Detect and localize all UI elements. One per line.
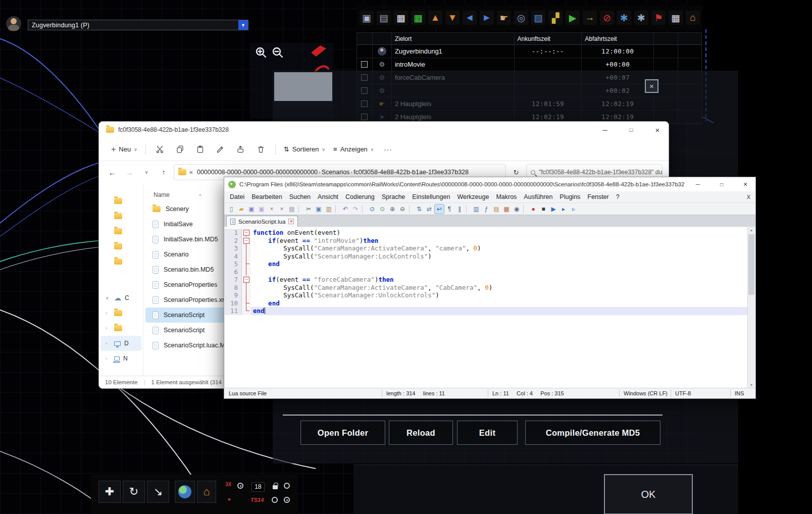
code-line[interactable]: 5 end (225, 260, 747, 268)
maximize-button[interactable]: □ (620, 122, 642, 138)
code-line[interactable]: 4 SysCall("ScenarioManager:LockControls"… (225, 252, 747, 261)
home-icon[interactable]: ⌂ (197, 481, 216, 503)
menu-sprache[interactable]: Sprache (378, 193, 409, 200)
scrollbar-thumb[interactable] (748, 234, 754, 295)
more-button[interactable]: ··· (379, 141, 396, 158)
zoom-out-icon[interactable]: ⊖ (398, 204, 407, 214)
breadcrumb-item[interactable]: fc0f3058-4e88-422b-b1ae-1f3ee337b328 (352, 169, 470, 176)
code-line[interactable]: 8 SysCall("CameraManager:ActivateCamera"… (225, 284, 747, 292)
chevron-icon[interactable]: › (106, 341, 111, 346)
code-line[interactable]: 10 end (225, 299, 747, 307)
up-button[interactable]: ↑ (157, 165, 171, 179)
cut-icon[interactable]: ✂ (304, 204, 313, 214)
notepadpp-titlebar[interactable]: C:\Program Files (x86)\Steam\steamapps\c… (224, 177, 755, 191)
menu-makros[interactable]: Makros (492, 193, 520, 200)
sidebar-item[interactable]: › (100, 321, 141, 336)
code-line[interactable]: 11end (225, 307, 747, 315)
sync-horizontal-icon[interactable]: ⇄ (425, 204, 434, 214)
fold-marker[interactable] (242, 229, 251, 237)
scroll-up-icon[interactable]: ▲ (748, 228, 755, 232)
replace-icon[interactable]: ⊙ (378, 204, 387, 214)
flag-icon[interactable]: ⚑ (651, 11, 666, 25)
close-all-icon[interactable]: × (277, 204, 286, 214)
copy-icon[interactable]: ▣ (314, 204, 323, 214)
sidebar-item[interactable]: › (100, 305, 141, 321)
code-line[interactable]: 1function onEvent(event) (225, 229, 747, 237)
sidebar-item[interactable]: ∨☁C (100, 290, 141, 305)
settings-icon[interactable]: ✱ (617, 11, 631, 25)
view-button[interactable]: ≡ Anzeigen ∨ (329, 141, 378, 158)
menu-werkzeuge[interactable]: Werkzeuge (453, 193, 492, 200)
eraser-icon[interactable] (311, 45, 327, 60)
menu-close-x[interactable]: X (747, 194, 755, 200)
row-checkbox[interactable] (361, 61, 368, 68)
column-abfahrtszeit[interactable]: Abfahrtszeit (582, 33, 654, 44)
menu-ausfhren[interactable]: Ausführen (520, 193, 556, 200)
folder-workspace-icon[interactable]: ▤ (492, 204, 501, 214)
sort-button[interactable]: ⇅ Sortieren ∨ (280, 141, 329, 158)
menu-einstellungen[interactable]: Einstellungen (409, 193, 453, 200)
train-service-dropdown[interactable]: Zugverbindung1 (P) ▼ (28, 20, 248, 30)
save-icon[interactable]: ▣ (360, 11, 374, 25)
select-hand-icon[interactable]: ☛ (497, 11, 511, 25)
sidebar-item[interactable] (100, 209, 141, 224)
zoom-in-icon[interactable]: ⊕ (388, 204, 397, 214)
ruler-icon[interactable]: ▦ (669, 11, 683, 25)
raise-terrain-icon[interactable]: ▲ (428, 11, 442, 25)
sidebar-item[interactable] (100, 193, 141, 209)
move-icon[interactable]: ✚ (98, 481, 121, 503)
delete-button[interactable] (252, 141, 270, 158)
menu-plugins[interactable]: Plugins (556, 193, 584, 200)
menu-codierung[interactable]: Codierung (342, 193, 378, 200)
zoom-in-icon[interactable] (255, 46, 268, 62)
code-line[interactable]: 7 if(event == "forceCabCamera")then (225, 276, 747, 284)
minimize-button[interactable]: ─ (594, 122, 616, 138)
code-line[interactable]: 9 SysCall("ScenarioManager:UnlockControl… (225, 291, 747, 299)
redo-icon[interactable]: ↷ (351, 204, 360, 214)
compile-button[interactable]: Compile/Generate MD5 (525, 421, 661, 445)
target-icon[interactable] (284, 483, 290, 489)
breadcrumb-overflow-icon[interactable]: « (189, 169, 193, 176)
tiles-icon[interactable]: ▞ (548, 11, 563, 25)
remove-icon[interactable]: ⊘ (600, 11, 614, 25)
menu-suchen[interactable]: Suchen (286, 193, 314, 200)
dropdown-arrow-icon[interactable]: ▼ (238, 20, 248, 30)
print-icon[interactable]: ▤ (287, 204, 296, 214)
sidebar-item[interactable] (100, 224, 141, 239)
code-line[interactable]: 3 SysCall("CameraManager:ActivateCamera"… (225, 244, 747, 252)
close-button[interactable]: × (645, 79, 658, 93)
minimize-button[interactable]: ─ (688, 177, 708, 191)
save-icon[interactable]: ▣ (247, 204, 256, 214)
circle-icon[interactable] (272, 497, 278, 503)
menu-ansicht[interactable]: Ansicht (314, 193, 342, 200)
shift-left-icon[interactable]: ◄ (463, 11, 477, 25)
close-button[interactable]: × (735, 177, 755, 191)
explorer-titlebar[interactable]: fc0f3058-4e88-422b-b1ae-1f3ee337b328 ─ □… (99, 122, 669, 138)
rotate-icon[interactable]: ↻ (123, 481, 145, 503)
word-wrap-icon[interactable]: ↩ (435, 204, 444, 214)
forward-button[interactable]: → (122, 165, 136, 179)
edit-chart-icon[interactable]: ▧ (531, 11, 545, 25)
settings-alt-icon[interactable]: ✱ (634, 11, 648, 25)
tab-scenarioscript[interactable]: ScenarioScript.lua ✕ (226, 216, 298, 227)
history-chevron-icon[interactable]: ∨ (139, 165, 154, 179)
add-marker-icon[interactable]: ▶ (566, 11, 580, 25)
fold-marker[interactable] (242, 276, 251, 284)
doc-monitor-icon[interactable]: ▦ (502, 204, 511, 214)
maximize-button[interactable]: □ (712, 177, 732, 191)
undo-icon[interactable]: ↶ (341, 204, 350, 214)
vertical-scrollbar[interactable]: ▲ ▼ (747, 227, 755, 388)
macro-save-icon[interactable]: ▸ (559, 204, 568, 214)
schedule-row[interactable]: Zugverbindung1--:--:--12:00:00 (357, 45, 701, 58)
sidebar-item[interactable]: ›D (100, 336, 141, 351)
tab-close-icon[interactable]: ✕ (288, 219, 294, 224)
column-zielort[interactable]: Zielort (392, 33, 515, 44)
chevron-icon[interactable]: › (106, 311, 111, 316)
code-editor[interactable]: 1function onEvent(event)2 if(event == "i… (225, 227, 747, 388)
shift-right-icon[interactable]: ► (480, 11, 494, 25)
back-button[interactable]: ← (105, 165, 119, 179)
compass-icon[interactable] (237, 483, 243, 489)
sidebar-item[interactable] (100, 239, 141, 254)
reload-button[interactable]: Reload (389, 421, 453, 445)
chevron-icon[interactable]: ∨ (106, 295, 111, 300)
